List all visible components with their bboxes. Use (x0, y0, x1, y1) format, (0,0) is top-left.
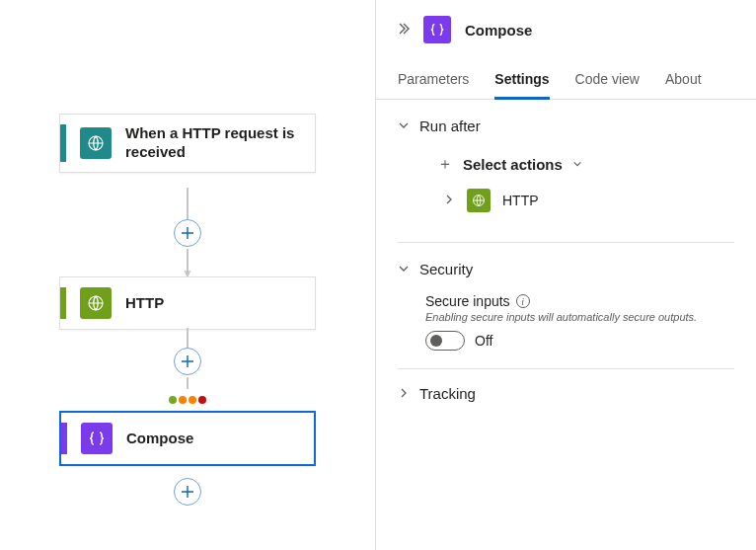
section-title: Run after (419, 118, 481, 134)
tab-about[interactable]: About (665, 63, 702, 100)
run-after-item-label: HTTP (502, 193, 539, 208)
tabs: Parameters Settings Code view About (376, 63, 756, 100)
status-dot (189, 396, 196, 404)
panel-title: Compose (465, 22, 532, 39)
tab-code-view[interactable]: Code view (575, 63, 640, 100)
panel-header: Compose (376, 0, 756, 63)
collapse-panel-button[interactable] (396, 22, 410, 38)
security-body: Secure inputs i Enabling secure inputs w… (425, 293, 734, 351)
run-after-item-http[interactable]: HTTP (443, 189, 734, 212)
chevron-right-icon (443, 194, 455, 207)
section-header-security[interactable]: Security (398, 261, 734, 277)
connector-line (187, 377, 189, 389)
select-actions-button[interactable]: ＋ Select actions (437, 154, 734, 175)
section-title: Security (419, 261, 473, 277)
chevron-down-icon (398, 263, 410, 276)
details-panel: Compose Parameters Settings Code view Ab… (375, 0, 756, 550)
node-label: HTTP (125, 294, 164, 313)
designer-canvas[interactable]: When a HTTP request is received ▼ HTTP ▼… (0, 0, 375, 550)
status-dot (179, 396, 187, 404)
node-http[interactable]: HTTP (59, 276, 316, 330)
section-tracking: Tracking (376, 369, 756, 408)
section-run-after: Run after ＋ Select actions HTTP (376, 100, 756, 230)
status-dot (169, 396, 177, 404)
globe-icon (80, 287, 112, 319)
node-accent (60, 287, 66, 319)
section-header-run-after[interactable]: Run after (398, 118, 734, 134)
run-after-status-dots (169, 396, 206, 404)
toggle-knob (430, 335, 442, 347)
secure-inputs-toggle[interactable] (425, 331, 465, 351)
tab-parameters[interactable]: Parameters (398, 63, 469, 100)
toggle-state-label: Off (475, 333, 492, 349)
section-header-tracking[interactable]: Tracking (398, 385, 734, 402)
braces-icon (423, 16, 451, 43)
braces-icon (81, 423, 113, 454)
section-security: Security Secure inputs i Enabling secure… (376, 243, 756, 356)
chevron-right-icon (398, 387, 410, 401)
node-compose[interactable]: Compose (59, 411, 316, 466)
status-dot (198, 396, 206, 404)
plus-icon: ＋ (437, 154, 453, 175)
select-actions-label: Select actions (463, 156, 563, 173)
add-step-button[interactable] (174, 348, 201, 375)
section-title: Tracking (419, 385, 476, 402)
connector-line (187, 188, 189, 219)
secure-inputs-label: Secure inputs (425, 293, 510, 309)
node-http-request-trigger[interactable]: When a HTTP request is received (59, 114, 316, 173)
globe-icon (80, 127, 112, 159)
node-label: When a HTTP request is received (125, 124, 301, 162)
secure-inputs-hint: Enabling secure inputs will automaticall… (425, 311, 734, 323)
node-accent (60, 124, 66, 162)
chevron-down-icon (572, 159, 582, 171)
add-step-button[interactable] (174, 219, 201, 247)
connector-line (187, 328, 189, 348)
node-label: Compose (126, 430, 193, 448)
add-step-button[interactable] (174, 478, 201, 506)
chevron-down-icon (398, 119, 410, 133)
node-accent (61, 423, 67, 454)
tab-settings[interactable]: Settings (494, 63, 549, 100)
globe-icon (467, 189, 491, 212)
info-icon[interactable]: i (516, 294, 530, 308)
